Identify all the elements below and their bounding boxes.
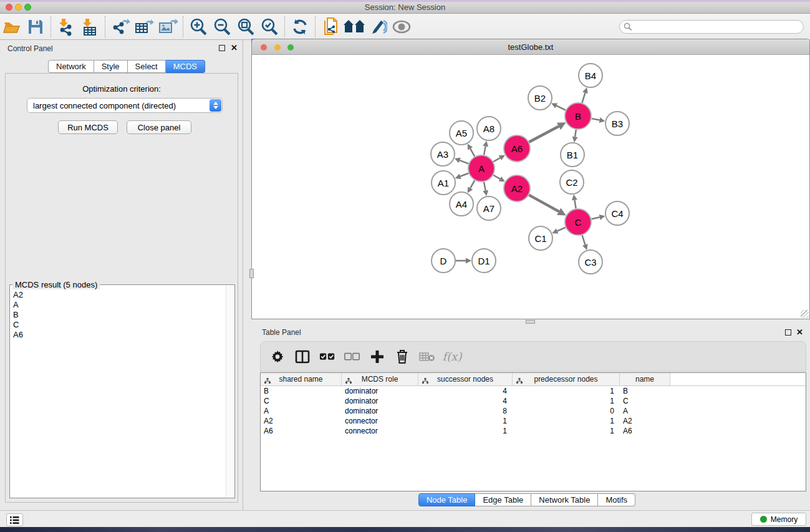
tab-select[interactable]: Select: [128, 60, 166, 73]
splitter-handle[interactable]: [526, 320, 535, 324]
result-node-item[interactable]: C: [10, 320, 226, 330]
toolbar-separator: [105, 16, 105, 37]
node-label: B3: [612, 118, 623, 129]
memory-button[interactable]: Memory: [751, 513, 806, 526]
result-scrollbar[interactable]: [226, 286, 234, 497]
result-node-item[interactable]: A6: [10, 330, 226, 340]
column-header-MCDS-role[interactable]: MCDS role: [342, 373, 418, 385]
save-session-icon[interactable]: [24, 16, 47, 38]
graph-edge[interactable]: [529, 126, 559, 142]
node-label: A4: [456, 199, 467, 210]
export-image-icon[interactable]: [156, 16, 180, 38]
graph-edge[interactable]: [575, 130, 576, 137]
tab-edge-table[interactable]: Edge Table: [475, 493, 531, 506]
table-cell: B: [261, 386, 342, 396]
zoom-in-icon[interactable]: [186, 16, 210, 38]
graph-edge[interactable]: [460, 160, 468, 163]
node-label: A1: [438, 178, 449, 188]
delete-columns-icon[interactable]: [394, 349, 410, 364]
zoom-out-icon[interactable]: [210, 16, 234, 38]
network-window-titlebar[interactable]: testGlobe.txt: [252, 39, 809, 55]
table-row[interactable]: Cdominator41C: [261, 396, 806, 406]
graph-edge[interactable]: [484, 182, 486, 191]
node-label: D1: [478, 256, 489, 266]
home-icon[interactable]: [342, 16, 366, 38]
table-row[interactable]: Bdominator41B: [261, 386, 806, 396]
column-header-successor-nodes[interactable]: successor nodes: [418, 373, 513, 385]
edge-arrowhead-icon: [572, 195, 577, 201]
tab-motifs[interactable]: Motifs: [598, 493, 635, 506]
result-node-item[interactable]: A: [10, 300, 226, 310]
column-header-predecessor-nodes[interactable]: predecessor nodes: [513, 373, 620, 385]
resize-grip-icon[interactable]: [801, 310, 809, 318]
table-row[interactable]: Adominator80A: [261, 406, 806, 416]
run-mcds-button[interactable]: Run MCDS: [58, 120, 118, 134]
tab-network[interactable]: Network: [48, 60, 94, 73]
criterion-dropdown[interactable]: largest connected component (directed): [27, 98, 223, 113]
column-type-icon: [516, 377, 523, 385]
show-columns-icon[interactable]: [294, 349, 311, 364]
table-header-row: shared nameMCDS rolesuccessor nodesprede…: [261, 373, 806, 386]
open-session-icon[interactable]: [0, 16, 24, 38]
close-panel-button[interactable]: Close panel: [127, 120, 191, 134]
tab-mcds[interactable]: MCDS: [166, 60, 205, 73]
network-canvas[interactable]: AA1A2A3A4A5A6A7A8BB1B2B3B4CC1C2C3C4DD1: [252, 55, 809, 319]
column-header-name[interactable]: name: [620, 373, 670, 385]
graph-edge[interactable]: [470, 180, 475, 188]
table-row[interactable]: A6connector11A6: [261, 426, 806, 436]
task-history-button[interactable]: [6, 513, 23, 526]
close-panel-icon[interactable]: ✕: [796, 327, 803, 337]
table-options-gear-icon[interactable]: [269, 350, 286, 364]
apply-layout-icon[interactable]: [288, 16, 312, 38]
search-input[interactable]: [619, 20, 804, 34]
graph-edge[interactable]: [556, 105, 566, 110]
clone-network-icon[interactable]: [319, 16, 342, 38]
splitter-handle[interactable]: [249, 269, 254, 278]
import-network-icon[interactable]: [54, 16, 78, 38]
create-column-icon[interactable]: [369, 350, 385, 364]
graph-edge[interactable]: [557, 228, 566, 231]
graph-edge[interactable]: [591, 217, 599, 219]
graph-edge[interactable]: [493, 175, 500, 179]
column-header-shared-name[interactable]: shared name: [261, 373, 342, 385]
session-title: Session: New Session: [0, 2, 810, 12]
graph-edge[interactable]: [574, 200, 576, 209]
export-table-icon[interactable]: [132, 16, 156, 38]
zoom-selected-icon[interactable]: [258, 16, 281, 38]
table-panel-title: Table Panel: [262, 328, 301, 337]
toolbar-separator: [51, 16, 51, 37]
graph-edge[interactable]: [529, 195, 559, 211]
graph-edge[interactable]: [484, 147, 486, 155]
column-type-icon: [345, 377, 352, 385]
unselect-all-columns-icon[interactable]: [344, 352, 360, 361]
graph-edge[interactable]: [493, 158, 500, 162]
close-panel-icon[interactable]: ✕: [231, 43, 238, 52]
graph-edge[interactable]: [592, 118, 600, 120]
export-network-icon[interactable]: [108, 16, 132, 38]
import-table-icon[interactable]: [78, 16, 102, 38]
graph-edge[interactable]: [470, 148, 475, 157]
float-panel-icon[interactable]: [219, 45, 225, 51]
control-panel: Control Panel ✕ NetworkStyleSelectMCDS O…: [0, 40, 243, 510]
hide-annotations-icon[interactable]: [366, 16, 390, 38]
graph-edge[interactable]: [582, 93, 585, 103]
edge-arrowhead-icon: [599, 215, 605, 220]
tab-style[interactable]: Style: [94, 60, 128, 73]
graph-edge[interactable]: [582, 235, 586, 244]
select-all-columns-icon[interactable]: [319, 352, 335, 361]
result-node-item[interactable]: B: [10, 310, 226, 320]
table-body: Bdominator41BCdominator41CAdominator80AA…: [261, 386, 806, 436]
table-row[interactable]: A2connector11A2: [261, 416, 806, 426]
column-header-label: predecessor nodes: [534, 375, 597, 384]
result-node-item[interactable]: A2: [10, 290, 226, 300]
table-cell: 0: [513, 406, 620, 416]
graph-edge[interactable]: [460, 173, 468, 177]
table-cell: 1: [513, 426, 620, 436]
table-cell: A6: [620, 426, 670, 436]
show-graphics-details-icon[interactable]: [390, 16, 413, 38]
zoom-fit-icon[interactable]: [234, 16, 258, 38]
node-label: B1: [567, 150, 578, 160]
float-panel-icon[interactable]: [785, 329, 791, 336]
tab-network-table[interactable]: Network Table: [531, 493, 598, 506]
tab-node-table[interactable]: Node Table: [418, 493, 476, 506]
